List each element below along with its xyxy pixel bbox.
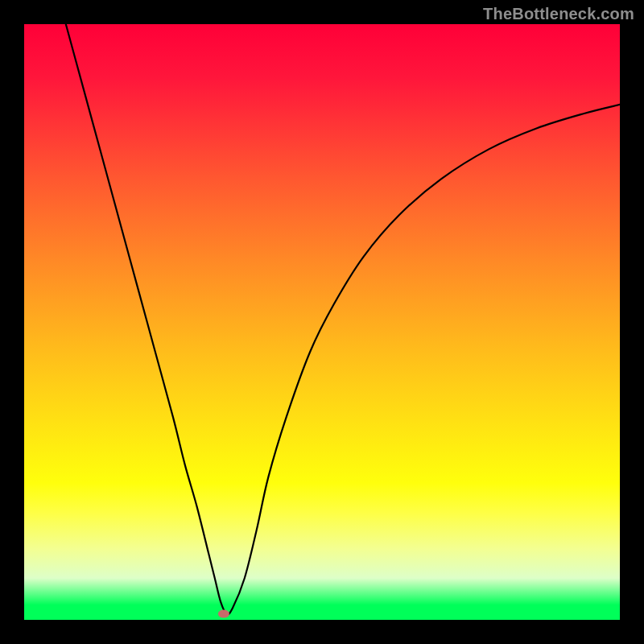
attribution-watermark: TheBottleneck.com <box>483 5 634 23</box>
curve-svg <box>24 24 620 620</box>
plot-area <box>24 24 620 620</box>
bottleneck-curve <box>66 24 620 614</box>
curve-minimum-marker <box>218 610 229 618</box>
chart-container: TheBottleneck.com <box>0 0 644 644</box>
